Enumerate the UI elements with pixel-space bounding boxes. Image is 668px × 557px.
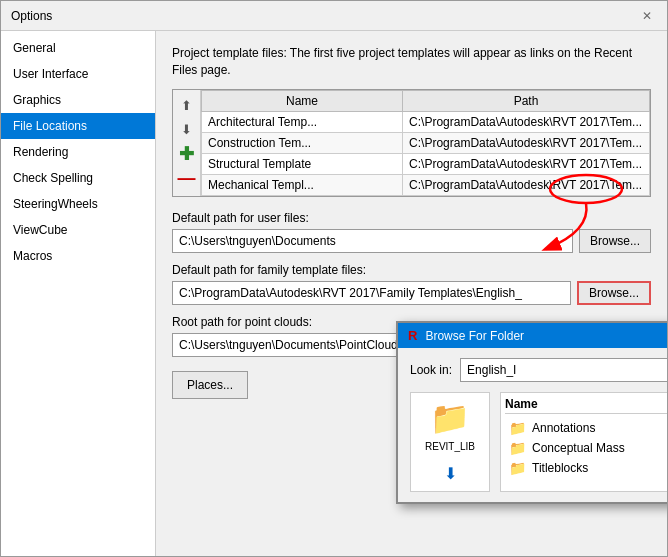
folder-item-label: Conceptual Mass [532, 441, 625, 455]
family-template-browse-button[interactable]: Browse... [577, 281, 651, 305]
look-in-label: Look in: [410, 363, 452, 377]
sidebar-item-general[interactable]: General [1, 35, 155, 61]
table-with-buttons: ⬆ ⬇ ✚ — Name Path [173, 90, 650, 196]
folder-item-label: Annotations [532, 421, 595, 435]
sidebar-item-macros[interactable]: Macros [1, 243, 155, 269]
folder-list-header: Name ▲ [505, 397, 667, 414]
folder-icon: 📁 [509, 460, 526, 476]
look-in-row: Look in: English_I ▾ [410, 358, 667, 382]
col-path-header: Path [403, 90, 650, 111]
folder-list: Name ▲ 📁 Annotations 📁 Conceptual Mass [500, 392, 667, 492]
row1-name: Architectural Temp... [202, 111, 403, 132]
table-buttons: ⬆ ⬇ ✚ — [173, 90, 201, 196]
sidebar-item-file-locations[interactable]: File Locations [1, 113, 155, 139]
template-table-container: ⬆ ⬇ ✚ — Name Path [172, 89, 651, 197]
folder-list-name-col: Name [505, 397, 538, 411]
folder-preview-name: REVIT_LIB [425, 441, 475, 452]
sidebar-item-viewcube[interactable]: ViewCube [1, 217, 155, 243]
folder-large-icon: 📁 [430, 399, 470, 437]
row4-path: C:\ProgramData\Autodesk\RVT 2017\Tem... [403, 174, 650, 195]
table-row[interactable]: Architectural Temp... C:\ProgramData\Aut… [202, 111, 650, 132]
folder-dialog-title-text: Browse For Folder [425, 329, 524, 343]
folder-dialog-body: Look in: English_I ▾ 📁 REVIT_LIB [398, 348, 667, 502]
places-button[interactable]: Places... [172, 371, 248, 399]
look-in-dropdown[interactable]: English_I ▾ [460, 358, 667, 382]
folder-icon: 📁 [509, 420, 526, 436]
row3-path: C:\ProgramData\Autodesk\RVT 2017\Tem... [403, 153, 650, 174]
list-item[interactable]: 📁 Annotations [505, 418, 667, 438]
template-table: Name Path Architectural Temp... C:\Progr… [201, 90, 650, 196]
col-name-header: Name [202, 90, 403, 111]
add-template-button[interactable]: ✚ [177, 144, 197, 164]
move-up-button[interactable]: ⬆ [177, 96, 197, 116]
sidebar-item-user-interface[interactable]: User Interface [1, 61, 155, 87]
row4-name: Mechanical Templ... [202, 174, 403, 195]
user-files-input[interactable] [172, 229, 573, 253]
folder-dialog-title: R Browse For Folder [398, 323, 667, 348]
row3-name: Structural Template [202, 153, 403, 174]
options-window: Options ✕ General User Interface Graphic… [0, 0, 668, 557]
user-files-input-row: Browse... [172, 229, 651, 253]
sidebar-item-steeringwheels[interactable]: SteeringWheels [1, 191, 155, 217]
description-text: Project template files: The first five p… [172, 45, 651, 79]
table-row[interactable]: Mechanical Templ... C:\ProgramData\Autod… [202, 174, 650, 195]
sidebar-item-check-spelling[interactable]: Check Spelling [1, 165, 155, 191]
user-files-label: Default path for user files: [172, 211, 651, 225]
sidebar-item-rendering[interactable]: Rendering [1, 139, 155, 165]
title-bar: Options ✕ [1, 1, 667, 31]
family-template-input-row: Browse... [172, 281, 651, 305]
look-in-value: English_I [467, 363, 516, 377]
row1-path: C:\ProgramData\Autodesk\RVT 2017\Tem... [403, 111, 650, 132]
table-row[interactable]: Construction Tem... C:\ProgramData\Autod… [202, 132, 650, 153]
row2-path: C:\ProgramData\Autodesk\RVT 2017\Tem... [403, 132, 650, 153]
table-row[interactable]: Structural Template C:\ProgramData\Autod… [202, 153, 650, 174]
window-title: Options [11, 9, 52, 23]
sidebar-item-graphics[interactable]: Graphics [1, 87, 155, 113]
move-down-button[interactable]: ⬇ [177, 120, 197, 140]
close-button[interactable]: ✕ [637, 6, 657, 26]
folder-scroll-down-icon[interactable]: ⬇ [444, 464, 457, 483]
list-item[interactable]: 📁 Conceptual Mass [505, 438, 667, 458]
user-files-row: Default path for user files: Browse... [172, 211, 651, 253]
folder-dialog: R Browse For Folder Look in: English_I ▾ [396, 321, 667, 504]
family-template-input[interactable] [172, 281, 571, 305]
revit-icon: R [408, 328, 417, 343]
folder-icon: 📁 [509, 440, 526, 456]
folder-item-label: Titleblocks [532, 461, 588, 475]
main-panel: Project template files: The first five p… [156, 31, 667, 556]
folder-preview: 📁 REVIT_LIB ⬇ [410, 392, 490, 492]
folder-content: 📁 REVIT_LIB ⬇ Name ▲ [410, 392, 667, 492]
family-template-label: Default path for family template files: [172, 263, 651, 277]
list-item[interactable]: 📁 Titleblocks [505, 458, 667, 478]
user-files-browse-button[interactable]: Browse... [579, 229, 651, 253]
remove-template-button[interactable]: — [177, 168, 197, 188]
content-area: General User Interface Graphics File Loc… [1, 31, 667, 556]
sidebar: General User Interface Graphics File Loc… [1, 31, 156, 556]
row2-name: Construction Tem... [202, 132, 403, 153]
family-template-row: Default path for family template files: … [172, 263, 651, 305]
